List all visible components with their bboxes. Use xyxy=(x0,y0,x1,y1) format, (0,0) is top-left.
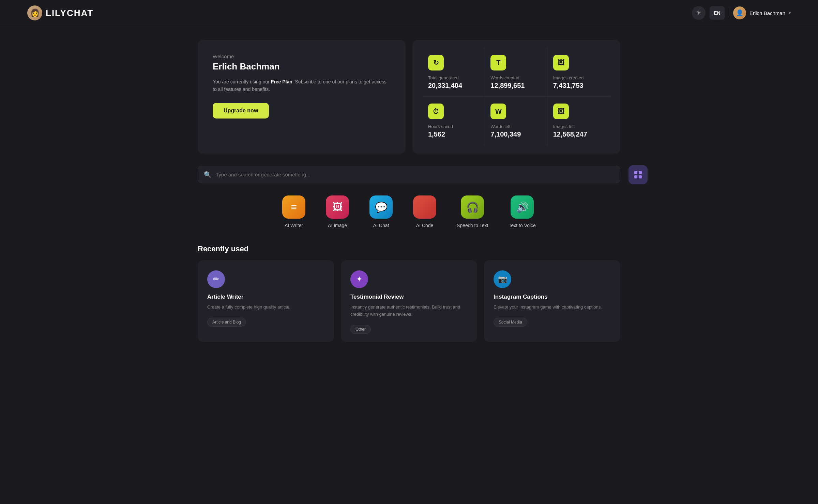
stat-value: 7,100,349 xyxy=(490,130,542,138)
stat-label: Images created xyxy=(553,75,605,80)
feature-item-speech-to-text[interactable]: 🎧 Speech to Text xyxy=(457,195,488,228)
language-selector-button[interactable]: EN xyxy=(710,6,725,20)
welcome-label: Welcome xyxy=(213,53,391,59)
welcome-name: Erlich Bachman xyxy=(213,61,391,72)
instagram-captions-tag: Social Media xyxy=(494,318,527,327)
stats-card: ↻ Total generated 20,331,404 T Words cre… xyxy=(412,40,620,154)
logo-text: LILYCHAT xyxy=(46,8,93,18)
ai-code-label: AI Code xyxy=(416,223,434,228)
speech-to-text-label: Speech to Text xyxy=(457,223,488,228)
testimonial-review-title: Testimonial Review xyxy=(350,294,468,300)
recently-used-section: Recently used ✏ Article Writer Create a … xyxy=(198,245,620,342)
header-right: ☀ EN 👤 Erlich Bachman ▾ xyxy=(692,6,791,20)
stat-label: Hours saved xyxy=(428,124,479,129)
feature-item-ai-writer[interactable]: ≡ AI Writer xyxy=(282,195,305,228)
stat-value: 12,568,247 xyxy=(553,130,605,138)
user-name-label: Erlich Bachman xyxy=(749,10,785,16)
ai-writer-label: AI Writer xyxy=(285,223,303,228)
recent-cards-grid: ✏ Article Writer Create a fully complete… xyxy=(198,260,620,342)
search-area: 🔍 xyxy=(198,166,620,183)
speech-to-text-icon: 🎧 xyxy=(461,195,484,219)
stat-icon: ⏱ xyxy=(428,104,444,119)
article-writer-tag: Article and Blog xyxy=(207,318,246,327)
stat-label: Images left xyxy=(553,124,605,129)
plan-label: Free Plan xyxy=(271,79,292,84)
ai-chat-icon: 💬 xyxy=(369,195,393,219)
stat-item: ⏱ Hours saved 1,562 xyxy=(423,97,485,145)
user-menu[interactable]: 👤 Erlich Bachman ▾ xyxy=(733,6,791,19)
stat-icon: T xyxy=(490,55,506,70)
stat-value: 1,562 xyxy=(428,130,479,138)
header-divider xyxy=(729,8,729,18)
stat-item: T Words created 12,899,651 xyxy=(485,48,547,97)
stat-value: 20,331,404 xyxy=(428,82,479,90)
stat-label: Words left xyxy=(490,124,542,129)
article-writer-desc: Create a fully complete high quality art… xyxy=(207,304,324,311)
recent-card-article-writer[interactable]: ✏ Article Writer Create a fully complete… xyxy=(198,260,334,342)
features-row: ≡ AI Writer 🖼 AI Image 💬 AI Chat AI Code… xyxy=(198,195,620,228)
recently-used-title: Recently used xyxy=(198,245,620,253)
grid-view-button[interactable] xyxy=(628,165,648,184)
header: 👩 LILYCHAT ☀ EN 👤 Erlich Bachman ▾ xyxy=(0,0,818,26)
instagram-captions-desc: Elevate your Instagram game with captiva… xyxy=(494,304,611,311)
recent-card-instagram-captions[interactable]: 📷 Instagram Captions Elevate your Instag… xyxy=(484,260,620,342)
text-to-voice-icon: 🔊 xyxy=(511,195,534,219)
testimonial-review-desc: Instantly generate authentic testimonial… xyxy=(350,304,468,318)
logo-avatar-icon: 👩 xyxy=(27,5,42,20)
theme-toggle-button[interactable]: ☀ xyxy=(692,6,706,20)
svg-rect-0 xyxy=(634,171,637,174)
stat-value: 7,431,753 xyxy=(553,82,605,90)
stat-icon: ↻ xyxy=(428,55,444,70)
avatar: 👤 xyxy=(733,6,746,19)
svg-rect-2 xyxy=(634,175,637,178)
welcome-desc-prefix: You are currently using our xyxy=(213,79,271,84)
main-content: Welcome Erlich Bachman You are currently… xyxy=(170,26,648,356)
article-writer-title: Article Writer xyxy=(207,294,324,300)
stat-value: 12,899,651 xyxy=(490,82,542,90)
stat-label: Words created xyxy=(490,75,542,80)
logo-area: 👩 LILYCHAT xyxy=(27,5,93,20)
text-to-voice-label: Text to Voice xyxy=(509,223,535,228)
upgrade-now-button[interactable]: Upgrade now xyxy=(213,103,269,119)
stat-item: ↻ Total generated 20,331,404 xyxy=(423,48,485,97)
stat-icon: 🖼 xyxy=(553,55,569,70)
ai-chat-label: AI Chat xyxy=(373,223,389,228)
stat-label: Total generated xyxy=(428,75,479,80)
stat-icon: W xyxy=(490,104,506,119)
stat-icon: 🖼 xyxy=(553,104,569,119)
search-input[interactable] xyxy=(198,166,620,183)
search-icon: 🔍 xyxy=(204,171,211,178)
ai-image-label: AI Image xyxy=(328,223,347,228)
grid-icon xyxy=(633,170,643,179)
welcome-desc: You are currently using our Free Plan. S… xyxy=(213,78,391,93)
ai-code-icon xyxy=(413,195,436,219)
stat-item: 🖼 Images left 12,568,247 xyxy=(548,97,610,145)
svg-rect-3 xyxy=(639,175,642,178)
ai-writer-icon: ≡ xyxy=(282,195,305,219)
article-writer-icon: ✏ xyxy=(207,270,225,288)
feature-item-text-to-voice[interactable]: 🔊 Text to Voice xyxy=(509,195,535,228)
testimonial-review-icon: ✦ xyxy=(350,270,368,288)
feature-item-ai-chat[interactable]: 💬 AI Chat xyxy=(369,195,393,228)
ai-image-icon: 🖼 xyxy=(326,195,349,219)
welcome-card: Welcome Erlich Bachman You are currently… xyxy=(198,40,406,154)
testimonial-review-tag: Other xyxy=(350,325,371,334)
stat-item: 🖼 Images created 7,431,753 xyxy=(548,48,610,97)
instagram-captions-title: Instagram Captions xyxy=(494,294,611,300)
feature-item-ai-image[interactable]: 🖼 AI Image xyxy=(326,195,349,228)
stat-item: W Words left 7,100,349 xyxy=(485,97,547,145)
sun-icon: ☀ xyxy=(696,9,701,17)
instagram-captions-icon: 📷 xyxy=(494,270,511,288)
feature-item-ai-code[interactable]: AI Code xyxy=(413,195,436,228)
chevron-down-icon: ▾ xyxy=(789,11,791,15)
svg-rect-1 xyxy=(639,171,642,174)
recent-card-testimonial-review[interactable]: ✦ Testimonial Review Instantly generate … xyxy=(341,260,477,342)
top-cards-row: Welcome Erlich Bachman You are currently… xyxy=(198,40,620,154)
